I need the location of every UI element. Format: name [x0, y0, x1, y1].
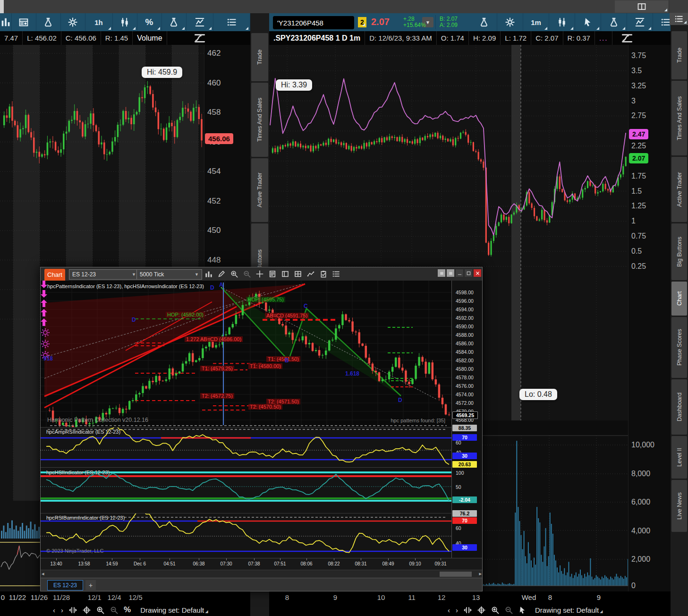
sidebar-tab-dashboard[interactable]: Dashboard: [671, 379, 687, 435]
percent-button[interactable]: %: [137, 13, 162, 31]
expand-button[interactable]: [69, 606, 77, 614]
pointer-button[interactable]: [575, 13, 601, 31]
expand-button[interactable]: [464, 606, 472, 614]
x-tick: 9: [333, 593, 337, 601]
current-price-box: 4569.25: [452, 411, 478, 419]
drawing-set-selector[interactable]: Drawing set: Default ◢: [535, 606, 603, 614]
gear-button[interactable]: [61, 13, 85, 31]
chrome-list-button[interactable]: [670, 13, 688, 25]
sidebar-tab-live-news[interactable]: Live News: [671, 480, 687, 532]
scroll-right-arrow[interactable]: ▸: [479, 571, 482, 577]
panel-button[interactable]: [279, 267, 291, 281]
draw-button[interactable]: [627, 13, 653, 31]
pattern-button[interactable]: [549, 13, 575, 31]
columns-button[interactable]: [0, 13, 12, 31]
y-tick: 4578.00: [456, 375, 474, 380]
sidebar-tab-trade[interactable]: Trade: [671, 31, 687, 79]
y-tick: 4590.00: [456, 324, 474, 329]
symbol-input[interactable]: 'Y231206P458: [273, 16, 354, 29]
right-chart-header-row: .SPY231206P458 1 D 1m D: 12/6/23, 9:33 A…: [269, 31, 671, 45]
pencil-button[interactable]: [215, 267, 228, 281]
ninja-window-tab[interactable]: Chart: [44, 269, 65, 281]
zigzag-button[interactable]: [304, 267, 317, 281]
time-tick: 07:51: [274, 561, 286, 566]
scroll-left-arrow[interactable]: ◂: [42, 571, 44, 577]
sidebar-tab-active-trader[interactable]: Active Trader: [671, 157, 687, 222]
close-button[interactable]: [474, 269, 481, 277]
sidebar-tab-times-and-sales[interactable]: Times And Sales: [251, 83, 268, 157]
target-button[interactable]: [83, 606, 91, 614]
linked-group-badge[interactable]: 2: [358, 17, 366, 27]
y-tick: 460: [207, 78, 221, 88]
sidebar-tab-level-ii[interactable]: Level II: [671, 436, 687, 479]
layout-grid-button[interactable]: [615, 0, 669, 13]
next-button[interactable]: ›: [456, 606, 458, 614]
target-button[interactable]: [477, 606, 485, 614]
news-button[interactable]: [12, 13, 36, 31]
prev-button[interactable]: ‹: [53, 606, 55, 614]
clipboard-icon: [320, 270, 327, 278]
zoom-out-button[interactable]: [110, 606, 118, 614]
zoom-in-button[interactable]: [491, 606, 499, 614]
header-cell: O: 1.74: [437, 31, 469, 45]
list-button[interactable]: [653, 13, 671, 31]
restore-button[interactable]: [438, 269, 445, 277]
chart-style-icon-cell[interactable]: [621, 32, 633, 44]
volume-x-tick: 8: [548, 593, 552, 601]
tab-es-12-23[interactable]: ES 12-23: [47, 580, 83, 590]
add-tab-button[interactable]: +: [85, 580, 96, 590]
right-price-axis[interactable]: 3.753.53.2532.752.2521.751.51.2510.750.5…: [628, 45, 671, 591]
y-tick: 4594.00: [456, 307, 474, 312]
sidebar-tab-chart[interactable]: Chart: [671, 282, 687, 316]
left-time-axis: 011/2211/2611/2812/112/412/5: [0, 591, 250, 604]
volume-chart[interactable]: [483, 428, 628, 591]
cross-button[interactable]: [253, 267, 266, 281]
chart-style-icon-cell[interactable]: [194, 32, 206, 44]
top-window-chrome: [0, 0, 688, 13]
target-icon: [477, 606, 485, 614]
minimize-button[interactable]: [456, 269, 463, 277]
sidebar-tab-phase-scores[interactable]: Phase Scores: [671, 317, 687, 378]
flask-button[interactable]: [601, 13, 627, 31]
flask-button[interactable]: [36, 13, 61, 31]
zoom-in-button[interactable]: [96, 606, 104, 614]
bars-button[interactable]: [202, 267, 215, 281]
header-cell: ...: [595, 31, 613, 45]
zoom-in-button[interactable]: [228, 267, 240, 281]
sidebar-tab-active-trader[interactable]: Active Trader: [251, 158, 268, 222]
maximize-button[interactable]: [465, 269, 472, 277]
flask-button[interactable]: [162, 13, 187, 31]
ninja-main-chart[interactable]: [41, 281, 483, 427]
draw-button[interactable]: [187, 13, 214, 31]
doc-button[interactable]: [266, 267, 279, 281]
restore-button[interactable]: [447, 269, 454, 277]
drawing-set-selector[interactable]: Drawing set: Default ◢: [140, 606, 208, 614]
clipboard-button[interactable]: [317, 267, 330, 281]
list-button[interactable]: [330, 267, 342, 281]
prev-button[interactable]: ‹: [448, 606, 450, 614]
gear-button[interactable]: [497, 13, 523, 31]
scroll-thumb[interactable]: [440, 572, 472, 577]
list-button[interactable]: [213, 13, 250, 31]
change-percent: +15.64%: [403, 22, 426, 28]
sidebar-tab-trade[interactable]: Trade: [251, 33, 268, 81]
chrome-left-fragment: [0, 0, 4, 13]
flask-button[interactable]: [471, 13, 497, 31]
ninja-price-axis[interactable]: 4598.004596.004594.004592.004590.004588.…: [451, 281, 483, 558]
interval-button[interactable]: 1m: [523, 13, 549, 31]
grid-button[interactable]: [291, 267, 304, 281]
zoom-out-button[interactable]: [505, 606, 513, 614]
pattern-button[interactable]: [113, 13, 137, 31]
instrument-select[interactable]: ES 12-23▼: [69, 269, 139, 280]
zoom-out-button[interactable]: [240, 267, 253, 281]
pointer-button[interactable]: [518, 606, 527, 614]
series-type-select[interactable]: 5000 Tick▼: [136, 269, 202, 280]
time-tick: 14:59: [106, 561, 118, 566]
y-tick: 458: [207, 108, 221, 117]
ninja-scrollbar[interactable]: ◂ ▸: [41, 570, 483, 578]
percent-button[interactable]: %: [124, 605, 131, 615]
sidebar-tab-times-and-sales[interactable]: Times And Sales: [671, 81, 687, 155]
next-button[interactable]: ›: [61, 606, 63, 614]
interval-button[interactable]: 1h: [85, 13, 113, 31]
sidebar-tab-big-buttons[interactable]: Big Buttons: [671, 223, 687, 280]
